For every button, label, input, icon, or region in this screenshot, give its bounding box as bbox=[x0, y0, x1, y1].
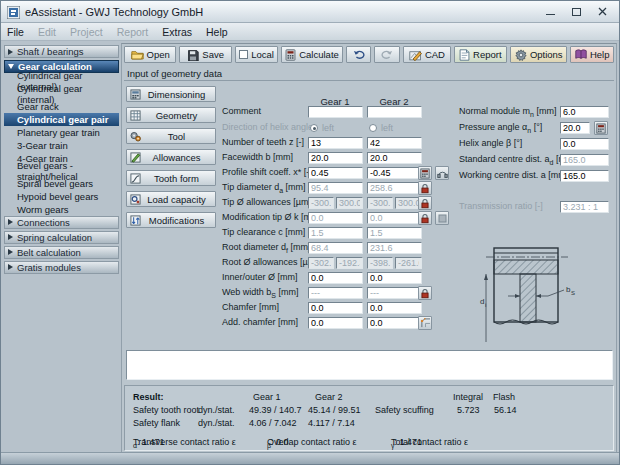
ratio-value: : 0.0 bbox=[271, 437, 289, 447]
dimensioning-button[interactable]: Dimensioning bbox=[126, 86, 216, 102]
cad-label: CAD bbox=[425, 49, 445, 60]
titlebar: eAssistant - GWJ Technology GmbH bbox=[1, 1, 619, 23]
options-button[interactable]: Options bbox=[510, 46, 567, 63]
param-row-working-centre: Working centre dist. a [mm] bbox=[122, 170, 618, 183]
window-controls bbox=[543, 6, 613, 18]
menu-extras[interactable]: Extras bbox=[162, 26, 192, 38]
options-label: Options bbox=[530, 49, 563, 60]
ratio-value: : 1.471 bbox=[137, 437, 165, 447]
undo-arrow-icon bbox=[353, 49, 365, 60]
toolbar: Open Save Local Calculate CAD bbox=[124, 46, 614, 63]
tip-clearance-gear2-input bbox=[367, 227, 422, 239]
sidebar: Shaft / bearings Gear calculation Cylind… bbox=[4, 45, 119, 451]
param-row-transmission: Transmission ratio [-] bbox=[122, 201, 618, 214]
add-chamfer-gear1-input[interactable] bbox=[308, 317, 363, 329]
root-diameter-gear2-input bbox=[367, 242, 422, 254]
working-centre-distance-input[interactable] bbox=[560, 170, 609, 182]
add-chamfer-gear2-input[interactable] bbox=[367, 317, 422, 329]
cad-button[interactable]: CAD bbox=[403, 46, 450, 63]
help-button[interactable]: Help bbox=[570, 46, 614, 63]
section-label: Shaft / bearings bbox=[17, 46, 84, 57]
blank-icon bbox=[438, 214, 447, 223]
help-label: Help bbox=[590, 49, 610, 60]
sidebar-item-worm-gears[interactable]: Worm gears bbox=[4, 203, 119, 216]
normal-module-input[interactable] bbox=[560, 106, 609, 118]
pressure-angle-calculator-button[interactable] bbox=[594, 121, 608, 135]
close-button[interactable] bbox=[595, 6, 609, 18]
label-text: Web width b bbox=[222, 287, 271, 297]
dimensioning-label: Dimensioning bbox=[141, 89, 212, 100]
add-chamfer-tool-button[interactable] bbox=[418, 316, 432, 330]
total-contact-ratio: Total contact ratio εγ: 1.471 bbox=[391, 437, 395, 449]
sidebar-item-cylindrical-gear-internal[interactable]: Cylindrical gear (internal) bbox=[4, 88, 119, 101]
web-width-lock-button[interactable] bbox=[418, 286, 432, 300]
result-tooth-root-gear2: 45.14 / 99.51 bbox=[308, 405, 361, 415]
tip-clearance-gear1-input bbox=[308, 227, 363, 239]
label-text: Tip diameter d bbox=[222, 182, 279, 192]
local-label: Local bbox=[251, 49, 274, 60]
redo-button[interactable] bbox=[374, 46, 400, 63]
form-row-tip-clearance: Tip clearance c [mm] bbox=[122, 227, 618, 240]
minimize-button[interactable] bbox=[543, 6, 557, 18]
label-unit: [mm] bbox=[534, 106, 557, 116]
sidebar-section-belt-calculation[interactable]: Belt calculation bbox=[4, 246, 119, 259]
label-unit: [mm] bbox=[283, 182, 306, 192]
inner-outer-gear1-input[interactable] bbox=[308, 272, 363, 284]
root-allowance-gear2-upper-input bbox=[367, 257, 393, 269]
field-label: Root diameter df [mm] bbox=[222, 242, 311, 254]
field-label: Chamfer [mm] bbox=[222, 302, 279, 312]
chamfer-gear2-input[interactable] bbox=[367, 302, 422, 314]
sidebar-section-shaft-bearings[interactable]: Shaft / bearings bbox=[4, 45, 119, 58]
field-label: Standard centre dist. ad [mm] bbox=[459, 154, 576, 166]
chamfer-gear1-input[interactable] bbox=[308, 302, 363, 314]
menu-edit: Edit bbox=[38, 26, 56, 38]
section-label: Spring calculation bbox=[17, 232, 92, 243]
result-flank-gear2: 4.117 / 7.14 bbox=[308, 418, 355, 428]
sidebar-item-bevel-gears[interactable]: Bevel gears - straight/helical bbox=[4, 165, 119, 178]
result-gear2-header: Gear 2 bbox=[315, 392, 343, 402]
drawing-label-bs-sub: S bbox=[571, 290, 575, 296]
lock-icon bbox=[420, 213, 430, 224]
close-icon bbox=[598, 7, 607, 16]
calculate-button[interactable]: Calculate bbox=[281, 46, 342, 63]
helix-angle-input[interactable] bbox=[560, 138, 609, 150]
sidebar-item-cylindrical-gear-pair[interactable]: Cylindrical gear pair bbox=[4, 113, 119, 126]
tip-diameter-lock-button[interactable] bbox=[418, 181, 432, 195]
sidebar-section-spring-calculation[interactable]: Spring calculation bbox=[4, 231, 119, 244]
maximize-button[interactable] bbox=[569, 6, 583, 18]
sidebar-item-planetary-gear-train[interactable]: Planetary gear train bbox=[4, 126, 119, 139]
section-label: Belt calculation bbox=[17, 247, 81, 258]
field-label: Inner/outer Ø [mm] bbox=[222, 272, 298, 282]
web-width-gear2-input bbox=[367, 287, 422, 299]
inner-outer-gear2-input[interactable] bbox=[367, 272, 422, 284]
calculator-icon bbox=[285, 49, 296, 61]
param-row-pressure-angle: Pressure angle αn [°] bbox=[122, 122, 618, 135]
menu-file[interactable]: File bbox=[7, 26, 24, 38]
field-label: Transmission ratio [-] bbox=[459, 201, 543, 211]
lock-icon bbox=[420, 288, 430, 299]
gear-section-drawing: d i b S bbox=[478, 244, 610, 346]
field-label: Tip diameter da [mm] bbox=[222, 182, 306, 194]
field-label: Pressure angle αn [°] bbox=[459, 122, 542, 134]
main-panel: Open Save Local Calculate CAD bbox=[121, 43, 617, 453]
param-row-normal-module: Normal module mn [mm] bbox=[122, 106, 618, 119]
result-panel: Result: Gear 1 Gear 2 Integral Flash Saf… bbox=[124, 385, 614, 451]
sidebar-item-3-gear-train[interactable]: 3-Gear train bbox=[4, 139, 119, 152]
chamfer-icon bbox=[420, 318, 431, 328]
sidebar-section-gratis-modules[interactable]: Gratis modules bbox=[4, 261, 119, 274]
pressure-angle-input[interactable] bbox=[560, 122, 590, 134]
undo-button[interactable] bbox=[346, 46, 372, 63]
open-button[interactable]: Open bbox=[124, 46, 176, 63]
sidebar-item-hypoid-bevel-gears[interactable]: Hypoid bevel gears bbox=[4, 190, 119, 203]
save-button[interactable]: Save bbox=[179, 46, 231, 63]
checkbox-icon[interactable] bbox=[239, 50, 248, 59]
section-label: Gratis modules bbox=[17, 262, 81, 273]
result-scuffing-integral: 5.723 bbox=[457, 405, 480, 415]
root-allowance-gear1-upper-input bbox=[308, 257, 334, 269]
menu-help[interactable]: Help bbox=[206, 26, 228, 38]
local-checkbox[interactable]: Local bbox=[235, 46, 279, 63]
sidebar-section-connections[interactable]: Connections bbox=[4, 216, 119, 229]
report-button[interactable]: Report bbox=[454, 46, 507, 63]
web-width-gear1-input bbox=[308, 287, 363, 299]
overlap-contact-ratio: Overlap contact ratio εβ: 0.0 bbox=[267, 437, 271, 449]
